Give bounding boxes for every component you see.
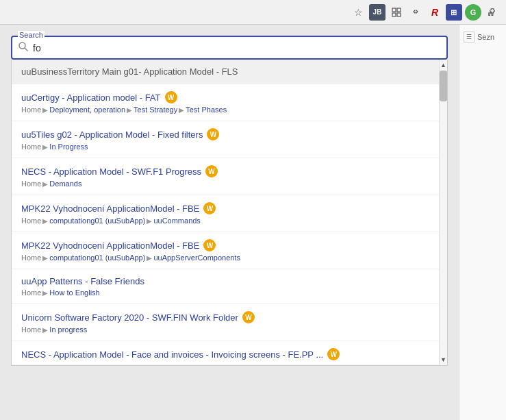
breadcrumb-arrow: ▶ xyxy=(147,254,152,262)
list-icon: ☰ xyxy=(464,32,475,42)
result-item[interactable]: uuApp Patterns - False Friends Home ▶ Ho… xyxy=(12,269,447,304)
result-title-text: uuBusinessTerritory Main g01- Applicatio… xyxy=(21,66,238,77)
w-badge: W xyxy=(165,91,177,103)
link-icon[interactable] xyxy=(407,4,424,21)
scrollbar-down-arrow[interactable]: ▼ xyxy=(440,354,447,365)
w-badge: W xyxy=(205,165,218,177)
result-item[interactable]: uuBusinessTerritory Main g01- Applicatio… xyxy=(12,60,447,84)
result-title: uuBusinessTerritory Main g01- Applicatio… xyxy=(21,66,438,77)
breadcrumb-arrow: ▶ xyxy=(147,217,152,225)
result-title-text: MPK22 Vyhodnocení ApplicationModel - FBE xyxy=(21,203,199,214)
result-title: Unicorn Software Factory 2020 - SWF.FIN … xyxy=(21,311,438,323)
breadcrumb-arrow: ▶ xyxy=(127,106,132,114)
breadcrumb-home: Home xyxy=(21,180,41,188)
green-circle-icon[interactable]: G xyxy=(465,4,481,21)
breadcrumb: Home ▶ computationg01 (uuSubApp) ▶ uuApp… xyxy=(21,254,438,262)
svg-rect-0 xyxy=(392,8,396,12)
svg-rect-3 xyxy=(397,13,401,16)
result-title: uu5Tiles g02 - Application Model - Fixed… xyxy=(21,128,438,140)
result-item[interactable]: NECS - Application Model - SWF.F1 Progre… xyxy=(12,158,447,195)
breadcrumb-home: Home xyxy=(21,254,41,262)
breadcrumb: Home ▶ In progress xyxy=(21,325,438,334)
breadcrumb-link: Test Strategy xyxy=(134,106,177,114)
search-input-row xyxy=(12,37,446,58)
result-title-text: NECS - Application Model - SWF.F1 Progre… xyxy=(21,166,201,177)
right-panel: ☰ Sezn xyxy=(459,25,506,420)
breadcrumb: Home ▶ computationg01 (uuSubApp) ▶ uuCom… xyxy=(21,217,438,225)
active-icon[interactable]: ⊞ xyxy=(446,4,462,21)
result-title-text: MPK22 Vyhodnocení ApplicationModel - FBE xyxy=(21,240,199,251)
breadcrumb-home: Home xyxy=(21,288,41,297)
breadcrumb-arrow: ▶ xyxy=(42,106,48,114)
result-item[interactable]: uu5Tiles g02 - Application Model - Fixed… xyxy=(12,121,447,158)
search-label: Search xyxy=(18,31,45,39)
result-title: NECS - Application Model - SWF.F1 Progre… xyxy=(21,165,438,177)
result-title-text: uu5Tiles g02 - Application Model - Fixed… xyxy=(21,129,203,140)
breadcrumb-link: uuCommands xyxy=(153,217,200,225)
breadcrumb-arrow: ▶ xyxy=(42,217,48,225)
w-badge: W xyxy=(203,239,216,251)
breadcrumb-link: Test Phases xyxy=(186,106,227,114)
breadcrumb-how-to-english: How to English xyxy=(49,288,99,297)
svg-rect-2 xyxy=(392,13,396,16)
result-item[interactable]: uuCertigy - Application model - FAT W Ho… xyxy=(12,84,447,121)
w-badge: W xyxy=(207,128,219,140)
w-badge: W xyxy=(203,202,216,214)
breadcrumb: Home ▶ Demands xyxy=(21,180,438,188)
result-item[interactable]: MPK22 Vyhodnocení ApplicationModel - FBE… xyxy=(12,195,447,232)
result-title: MPK22 Vyhodnocení ApplicationModel - FBE… xyxy=(21,202,438,214)
breadcrumb-link: Deployment, operation xyxy=(49,106,125,114)
result-title-text: uuApp Patterns - False Friends xyxy=(21,276,144,286)
search-input[interactable] xyxy=(33,42,441,53)
breadcrumb-home: Home xyxy=(21,143,41,151)
scrollbar[interactable]: ▲ ▼ xyxy=(439,60,447,365)
breadcrumb-arrow: ▶ xyxy=(179,106,184,114)
breadcrumb-in-progress: In progress xyxy=(49,325,87,334)
main-content: Search uuBusinessTerritory Main g01- App… xyxy=(0,25,506,420)
search-icon xyxy=(18,41,29,54)
top-bar: ☆ JB R ⊞ G xyxy=(0,0,506,25)
star-icon[interactable]: ☆ xyxy=(350,4,366,21)
scrollbar-track xyxy=(440,71,447,354)
results-container: uuBusinessTerritory Main g01- Applicatio… xyxy=(11,60,448,366)
search-wrapper: Search xyxy=(11,36,448,60)
svg-line-6 xyxy=(25,48,27,51)
result-title-text: NECS - Application Model - Face and invo… xyxy=(21,349,323,360)
result-item[interactable]: MPK22 Vyhodnocení ApplicationModel - FBE… xyxy=(12,232,447,269)
scrollbar-thumb[interactable] xyxy=(440,71,447,101)
w-badge: W xyxy=(242,311,255,323)
result-title: MPK22 Vyhodnocení ApplicationModel - FBE… xyxy=(21,239,438,251)
r-icon[interactable]: R xyxy=(427,4,443,21)
right-panel-label: Sezn xyxy=(477,33,494,41)
breadcrumb-home: Home xyxy=(21,325,41,334)
result-title-text: Unicorn Software Factory 2020 - SWF.FIN … xyxy=(21,312,238,323)
grid-icon[interactable] xyxy=(388,4,405,21)
breadcrumb-arrow: ▶ xyxy=(42,254,48,262)
right-panel-item[interactable]: ☰ Sezn xyxy=(462,30,503,44)
breadcrumb-arrow: ▶ xyxy=(42,143,48,151)
svg-text:⊞: ⊞ xyxy=(451,8,457,16)
svg-rect-1 xyxy=(397,8,401,12)
scrollbar-up-arrow[interactable]: ▲ xyxy=(440,60,447,71)
result-title: uuApp Patterns - False Friends xyxy=(21,276,438,286)
breadcrumb-arrow: ▶ xyxy=(42,180,48,188)
breadcrumb-link: computationg01 (uuSubApp) xyxy=(49,254,145,262)
result-title: uuCertigy - Application model - FAT W xyxy=(21,91,438,103)
result-title: NECS - Application Model - Face and invo… xyxy=(21,348,438,360)
breadcrumb-link: computationg01 (uuSubApp) xyxy=(49,217,145,225)
search-panel: Search uuBusinessTerritory Main g01- App… xyxy=(0,25,459,420)
breadcrumb-home: Home xyxy=(21,217,41,225)
breadcrumb-arrow: ▶ xyxy=(42,326,48,334)
breadcrumb: Home ▶ How to English xyxy=(21,288,438,297)
puzzle-icon[interactable] xyxy=(484,4,501,21)
jb-icon[interactable]: JB xyxy=(369,4,385,21)
breadcrumb-link: uuAppServerComponents xyxy=(153,254,240,262)
breadcrumb-in-progress: In Progress xyxy=(49,143,88,151)
breadcrumb: Home ▶ In Progress xyxy=(21,143,438,151)
result-title-text: uuCertigy - Application model - FAT xyxy=(21,92,161,103)
result-item[interactable]: NECS - Application Model - Face and invo… xyxy=(12,341,447,365)
result-item[interactable]: Unicorn Software Factory 2020 - SWF.FIN … xyxy=(12,304,447,341)
breadcrumb: Home ▶ Deployment, operation ▶ Test Stra… xyxy=(21,106,438,114)
w-badge: W xyxy=(327,348,340,360)
breadcrumb-link: Demands xyxy=(49,180,81,188)
